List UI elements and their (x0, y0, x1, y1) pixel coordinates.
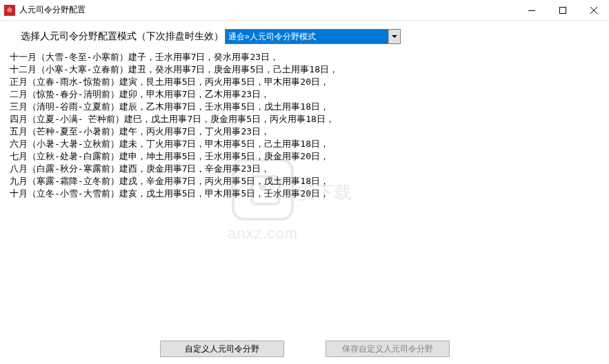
data-display: 十一月（大雪-冬至-小寒前）建子，壬水用事7日，癸水用事23日， 十二月（小寒-… (8, 51, 601, 200)
data-line: 二月（惊蛰-春分-清明前）建卯，甲木用事7日，乙木用事23日， (10, 88, 601, 101)
data-line: 三月（清明-谷雨-立夏前）建辰，乙木用事7日，壬水用事5日，戊土用事18日， (10, 101, 601, 113)
custom-define-button[interactable]: 自定义人元司令分野 (160, 341, 284, 357)
data-line: 十一月（大雪-冬至-小寒前）建子，壬水用事7日，癸水用事23日， (10, 51, 601, 63)
window-title: 人元司令分野配置 (19, 4, 86, 16)
data-line: 八月（白露-秋分-寒露前）建酉，庚金用事7日，辛金用事23日， (10, 163, 601, 175)
watermark-domain-text: anxz.com (228, 225, 298, 243)
close-button[interactable] (578, 0, 609, 21)
data-line: 五月（芒种-夏至-小暑前）建午，丙火用事7日，丁火用事23日， (10, 125, 601, 138)
save-custom-button[interactable]: 保存自定义人元司令分野 (326, 341, 450, 357)
bottom-button-bar: 自定义人元司令分野 保存自定义人元司令分野 (0, 341, 609, 357)
mode-dropdown[interactable]: 通会»人元司令分野模式 (225, 29, 401, 44)
titlebar: 命 人元司令分野配置 (0, 0, 609, 21)
data-line: 九月（寒露-霜降-立冬前）建戌，辛金用事7日，丙火用事5日，戊土用事18日， (10, 175, 601, 188)
data-line: 六月（小暑-大暑-立秋前）建未，丁火用事7日，甲木用事5日，己土用事18日， (10, 138, 601, 150)
app-icon: 命 (4, 5, 15, 16)
dropdown-arrow-icon (388, 30, 400, 43)
dropdown-selected-text: 通会»人元司令分野模式 (226, 30, 388, 43)
svg-rect-0 (528, 10, 535, 11)
config-row: 选择人元司令分野配置模式（下次排盘时生效） 通会»人元司令分野模式 (8, 26, 601, 51)
data-line: 十二月（小寒-大寒-立春前）建丑，癸水用事7日，庚金用事5日，己土用事18日， (10, 63, 601, 76)
maximize-button[interactable] (547, 0, 578, 21)
data-line: 十月（立冬-小雪-大雪前）建亥，戊土用事5日，甲木用事5日，壬水用事20日， (10, 188, 601, 200)
data-line: 四月（立夏-小满- 芒种前）建巳，戊土用事7日，庚金用事5日，丙火用事18日， (10, 113, 601, 125)
window-controls (516, 0, 609, 21)
svg-rect-1 (559, 8, 566, 14)
config-label: 选择人元司令分野配置模式（下次排盘时生效） (21, 30, 223, 43)
data-line: 七月（立秋-处暑-白露前）建申，坤土用事5日，壬水用事5日，庚金用事20日， (10, 150, 601, 163)
content-area: 选择人元司令分野配置模式（下次排盘时生效） 通会»人元司令分野模式 十一月（大雪… (0, 21, 609, 364)
minimize-button[interactable] (516, 0, 547, 21)
data-line: 正月（立春-雨水-惊蛰前）建寅，艮土用事5日，丙火用事5日，甲木用事20日， (10, 76, 601, 88)
